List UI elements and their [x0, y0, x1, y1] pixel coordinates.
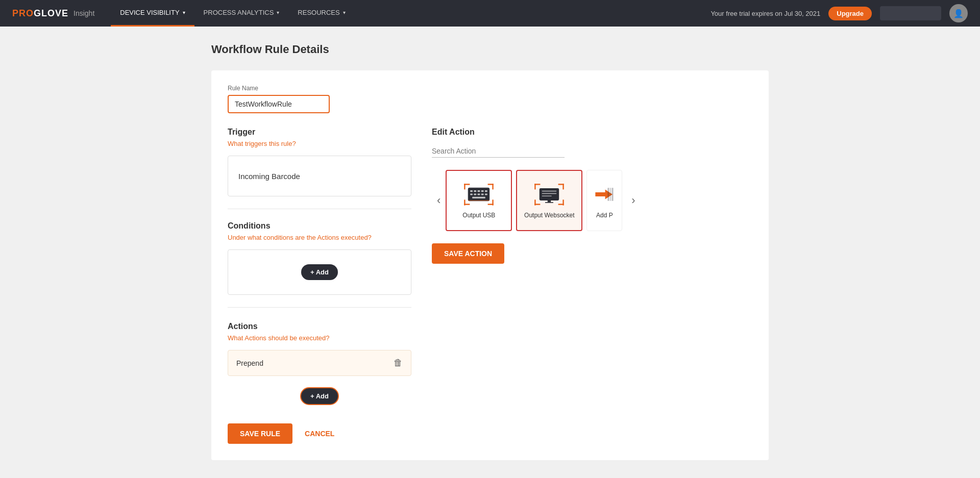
svg-rect-19: [473, 197, 486, 198]
add-p-icon: [592, 182, 617, 207]
actions-subtitle: What Actions should be executed?: [228, 334, 411, 342]
left-column: Trigger What triggers this rule? Incomin…: [228, 128, 411, 405]
svg-rect-13: [485, 190, 487, 192]
svg-rect-30: [542, 191, 557, 192]
main-content: Workflow Rule Details Rule Name Trigger …: [199, 27, 781, 478]
svg-rect-20: [469, 200, 490, 201]
svg-rect-24: [563, 184, 564, 189]
nav-links: DEVICE VISIBILITY ▾ PROCESS ANALYTICS ▾ …: [111, 0, 710, 27]
navbar-right: Your free trial expires on Jul 30, 2021 …: [710, 4, 968, 22]
output-usb-icon: [462, 182, 495, 207]
trigger-title: Trigger: [228, 128, 411, 137]
search-action-input[interactable]: [432, 145, 565, 158]
nav-item-resources[interactable]: RESOURCES ▾: [288, 0, 354, 27]
svg-rect-34: [545, 202, 553, 203]
brand-insight: Insight: [74, 9, 94, 17]
trial-text: Your free trial expires on Jul 30, 2021: [710, 10, 820, 17]
divider: [228, 209, 411, 209]
svg-rect-31: [542, 193, 557, 194]
chevron-down-icon: ▾: [277, 10, 279, 15]
svg-rect-26: [535, 199, 536, 205]
trigger-box[interactable]: Incoming Barcode: [228, 156, 411, 196]
chevron-down-icon: ▾: [183, 10, 185, 15]
svg-rect-9: [471, 190, 473, 192]
avatar[interactable]: 👤: [949, 4, 968, 22]
chevron-down-icon: ▾: [343, 10, 346, 15]
action-card-output-websocket[interactable]: Output Websocket: [516, 170, 582, 231]
actions-title: Actions: [228, 322, 411, 331]
conditions-box: + Add: [228, 249, 411, 295]
conditions-section: Conditions Under what conditions are the…: [228, 221, 411, 295]
conditions-subtitle: Under what conditions are the Actions ex…: [228, 234, 411, 241]
nav-item-process-analytics[interactable]: PROCESS ANALYTICS ▾: [194, 0, 289, 27]
delete-icon[interactable]: 🗑: [394, 358, 403, 368]
action-cards-row: ‹: [432, 170, 752, 231]
svg-rect-28: [563, 199, 564, 205]
search-input[interactable]: [880, 6, 941, 20]
svg-rect-38: [612, 188, 614, 201]
svg-rect-1: [464, 184, 465, 189]
nav-item-device-visibility[interactable]: DEVICE VISIBILITY ▾: [111, 0, 194, 27]
svg-rect-17: [481, 193, 484, 195]
save-rule-button[interactable]: SAVE RULE: [228, 423, 292, 444]
svg-marker-35: [596, 189, 613, 199]
svg-rect-36: [608, 188, 609, 201]
right-column: Edit Action ‹: [432, 128, 752, 405]
svg-rect-33: [548, 200, 551, 202]
svg-rect-16: [478, 193, 480, 195]
page-title: Workflow Rule Details: [211, 43, 769, 56]
action-row-label: Prepend: [236, 359, 263, 367]
output-websocket-icon: [533, 182, 566, 207]
brand-pro: PROGLOVE: [12, 8, 68, 19]
action-row-prepend: Prepend 🗑: [228, 350, 411, 376]
trigger-subtitle: What triggers this rule?: [228, 140, 411, 147]
carousel-prev-button[interactable]: ‹: [432, 194, 446, 207]
svg-rect-29: [540, 188, 559, 200]
action-card-output-usb[interactable]: Output USB: [446, 170, 512, 231]
svg-rect-7: [493, 199, 494, 205]
action-card-ws-label: Output Websocket: [524, 212, 575, 219]
svg-rect-14: [471, 193, 473, 195]
two-col-layout: Trigger What triggers this rule? Incomin…: [228, 128, 752, 405]
conditions-add-button[interactable]: + Add: [301, 264, 338, 280]
svg-rect-22: [535, 184, 536, 189]
action-card-add-p[interactable]: Add P: [586, 170, 622, 231]
svg-rect-15: [474, 193, 477, 195]
svg-rect-3: [493, 184, 494, 189]
actions-add-button[interactable]: + Add: [300, 387, 339, 405]
svg-rect-12: [481, 190, 484, 192]
action-card-addp-label: Add P: [596, 212, 613, 219]
rule-name-label: Rule Name: [228, 85, 752, 92]
svg-rect-37: [610, 188, 611, 201]
svg-rect-10: [474, 190, 477, 192]
actions-add-row: + Add: [228, 382, 411, 405]
trigger-value: Incoming Barcode: [238, 172, 300, 181]
cancel-button[interactable]: CANCEL: [301, 423, 338, 444]
svg-rect-32: [542, 195, 552, 196]
form-section: Rule Name Trigger What triggers this rul…: [211, 70, 769, 460]
save-action-button[interactable]: SAVE ACTION: [432, 243, 504, 264]
svg-rect-5: [464, 199, 465, 205]
carousel-next-button[interactable]: ›: [626, 194, 640, 207]
svg-rect-11: [478, 190, 480, 192]
actions-section: Actions What Actions should be executed?…: [228, 322, 411, 405]
trigger-section: Trigger What triggers this rule? Incomin…: [228, 128, 411, 196]
rule-name-input[interactable]: [228, 95, 330, 113]
edit-action-title: Edit Action: [432, 128, 752, 137]
brand[interactable]: PROGLOVE Insight: [12, 8, 94, 19]
action-card-usb-label: Output USB: [462, 212, 495, 219]
rule-name-field: Rule Name: [228, 85, 752, 113]
svg-rect-18: [485, 193, 487, 195]
divider2: [228, 307, 411, 308]
navbar: PROGLOVE Insight DEVICE VISIBILITY ▾ PRO…: [0, 0, 980, 27]
upgrade-button[interactable]: Upgrade: [828, 7, 872, 20]
conditions-title: Conditions: [228, 221, 411, 231]
bottom-buttons: SAVE RULE CANCEL: [228, 423, 752, 444]
